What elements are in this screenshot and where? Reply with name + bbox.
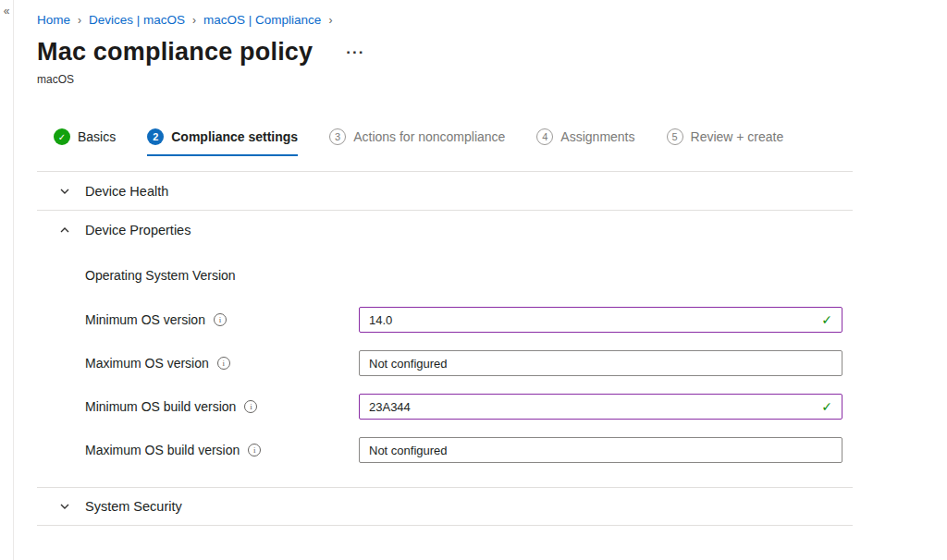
tab-basics-label: Basics: [78, 129, 116, 144]
section-device-health[interactable]: Device Health: [37, 172, 853, 211]
breadcrumb-separator-icon: ›: [192, 14, 196, 27]
input-wrapper: ✓: [359, 394, 842, 420]
breadcrumb: Home › Devices | macOS › macOS | Complia…: [37, 13, 947, 27]
settings-panel: Device Health Device Properties Operatin…: [37, 171, 853, 526]
minimum-os-version-label: Minimum OS version: [85, 312, 205, 327]
field-label-group: Minimum OS version i: [85, 312, 359, 327]
maximum-os-version-label: Maximum OS version: [85, 356, 209, 371]
page-title-row: Mac compliance policy ···: [37, 38, 947, 67]
maximum-os-version-input[interactable]: [359, 350, 842, 376]
info-icon[interactable]: i: [217, 357, 230, 370]
info-icon[interactable]: i: [248, 444, 261, 457]
tab-assignments[interactable]: 4 Assignments: [536, 128, 634, 156]
field-label-group: Maximum OS build version i: [85, 443, 359, 457]
main-content: Home › Devices | macOS › macOS | Complia…: [15, 0, 947, 526]
section-device-properties[interactable]: Device Properties: [37, 211, 853, 250]
page-title: Mac compliance policy: [37, 38, 313, 67]
section-system-security-label: System Security: [85, 499, 182, 514]
wizard-steps: ✓ Basics 2 Compliance settings 3 Actions…: [37, 128, 947, 156]
tab-compliance-settings[interactable]: 2 Compliance settings: [147, 128, 298, 156]
step-number-badge: 5: [667, 128, 683, 145]
info-icon[interactable]: i: [244, 400, 257, 413]
section-system-security[interactable]: System Security: [37, 487, 853, 526]
field-label-group: Minimum OS build version i: [85, 399, 359, 414]
os-version-subheading: Operating System Version: [85, 268, 853, 283]
section-device-properties-label: Device Properties: [85, 223, 191, 237]
tab-review-create[interactable]: 5 Review + create: [667, 128, 784, 156]
input-wrapper: ✓: [359, 350, 842, 376]
section-device-health-label: Device Health: [85, 184, 168, 199]
step-number-badge: 3: [329, 128, 346, 145]
maximum-os-build-version-label: Maximum OS build version: [85, 443, 240, 457]
compliance-policy-page: « Home › Devices | macOS › macOS | Compl…: [0, 0, 947, 560]
field-minimum-os-version: Minimum OS version i ✓: [85, 307, 853, 333]
breadcrumb-link-home[interactable]: Home: [37, 13, 70, 27]
collapsed-sidebar-rail: «: [0, 0, 14, 560]
chevron-down-icon: [59, 186, 70, 197]
chevron-up-icon: [59, 225, 70, 236]
breadcrumb-link-devices-macos[interactable]: Devices | macOS: [89, 13, 185, 27]
device-properties-content: Operating System Version Minimum OS vers…: [37, 250, 853, 487]
tab-actions-for-noncompliance[interactable]: 3 Actions for noncompliance: [329, 128, 505, 156]
tab-review-create-label: Review + create: [691, 129, 784, 144]
breadcrumb-link-macos-compliance[interactable]: macOS | Compliance: [203, 13, 321, 27]
minimum-os-build-version-label: Minimum OS build version: [85, 399, 236, 414]
tab-basics[interactable]: ✓ Basics: [54, 128, 116, 156]
field-label-group: Maximum OS version i: [85, 356, 359, 371]
field-maximum-os-build-version: Maximum OS build version i ✓: [85, 437, 853, 463]
field-maximum-os-version: Maximum OS version i ✓: [85, 350, 853, 376]
breadcrumb-separator-icon: ›: [78, 14, 81, 27]
page-subtitle: macOS: [37, 73, 947, 86]
step-number-badge: 2: [147, 128, 164, 145]
input-wrapper: ✓: [359, 307, 842, 333]
field-minimum-os-build-version: Minimum OS build version i ✓: [85, 394, 853, 420]
tab-actions-for-noncompliance-label: Actions for noncompliance: [353, 129, 505, 144]
step-number-badge: 4: [536, 128, 553, 145]
collapse-sidebar-button[interactable]: «: [0, 0, 13, 18]
maximum-os-build-version-input[interactable]: [359, 437, 842, 463]
step-complete-check-icon: ✓: [54, 128, 70, 145]
info-icon[interactable]: i: [214, 313, 227, 326]
minimum-os-build-version-input[interactable]: [359, 394, 842, 420]
tab-compliance-settings-label: Compliance settings: [171, 129, 298, 144]
more-options-button[interactable]: ···: [346, 43, 364, 62]
tab-assignments-label: Assignments: [560, 129, 634, 144]
chevron-down-icon: [59, 501, 70, 512]
minimum-os-version-input[interactable]: [359, 307, 842, 333]
input-wrapper: ✓: [359, 437, 842, 463]
breadcrumb-separator-icon: ›: [328, 14, 332, 27]
